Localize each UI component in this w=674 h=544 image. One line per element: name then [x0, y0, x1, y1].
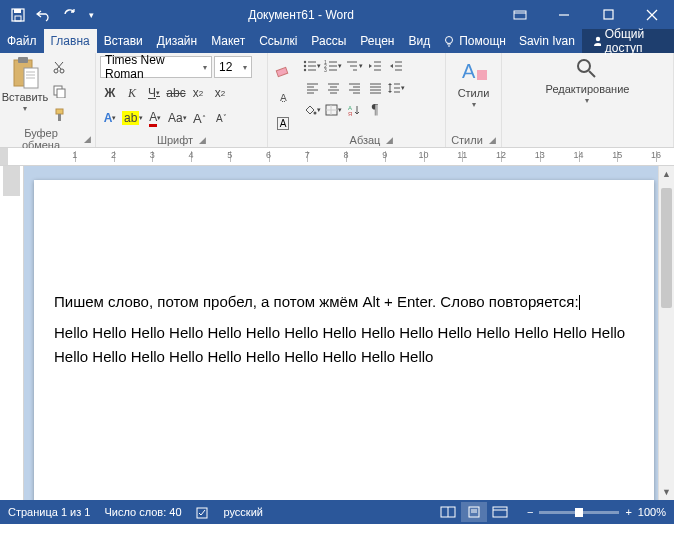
vertical-ruler[interactable] — [0, 166, 24, 500]
italic-button[interactable]: К — [122, 83, 142, 103]
align-left-icon — [306, 83, 319, 94]
subscript-button[interactable]: x2 — [188, 83, 208, 103]
copy-icon — [52, 84, 66, 98]
zoom-in-button[interactable]: + — [625, 506, 631, 518]
ribbon-display-button[interactable] — [498, 0, 542, 29]
font-color-button[interactable]: A▾ — [145, 108, 165, 128]
shrink-font-button[interactable]: A˅ — [211, 108, 231, 128]
group-font-label: Шрифт — [157, 134, 193, 146]
user-account[interactable]: Savin Ivan — [512, 29, 582, 53]
status-language[interactable]: русский — [224, 506, 263, 518]
font-name-combo[interactable]: Times New Roman▾ — [100, 56, 212, 78]
grow-font-button[interactable]: A˄ — [189, 108, 209, 128]
strikethrough-button[interactable]: abc — [166, 83, 186, 103]
qat-undo-button[interactable] — [32, 3, 56, 27]
tab-file[interactable]: Файл — [0, 29, 44, 53]
zoom-slider[interactable] — [539, 511, 619, 514]
svg-text:A: A — [462, 60, 476, 82]
tab-insert[interactable]: Встави — [97, 29, 150, 53]
status-word-count[interactable]: Число слов: 40 — [104, 506, 181, 518]
tell-me-field[interactable]: Помощн — [437, 29, 512, 53]
paragraph-dialog-launcher[interactable]: ◢ — [386, 135, 393, 145]
status-page[interactable]: Страница 1 из 1 — [8, 506, 90, 518]
scroll-up-button[interactable]: ▲ — [659, 166, 674, 182]
minimize-button[interactable] — [542, 0, 586, 29]
tab-view[interactable]: Вид — [401, 29, 437, 53]
paste-icon — [10, 56, 40, 90]
align-center-button[interactable] — [323, 78, 343, 98]
multilevel-list-button[interactable]: ▾ — [344, 56, 364, 76]
styles-dialog-launcher[interactable]: ◢ — [489, 135, 496, 145]
tab-design[interactable]: Дизайн — [150, 29, 204, 53]
increase-indent-button[interactable] — [386, 56, 406, 76]
tab-review[interactable]: Рецен — [353, 29, 401, 53]
align-right-button[interactable] — [344, 78, 364, 98]
paragraph-2[interactable]: Hello Hello Hello Hello Hello Hello Hell… — [54, 321, 634, 368]
vertical-scrollbar[interactable]: ▲ ▼ — [658, 166, 674, 500]
tab-layout[interactable]: Макет — [204, 29, 252, 53]
tab-references[interactable]: Ссылкі — [252, 29, 304, 53]
paste-button[interactable]: Вставить ▾ — [4, 56, 46, 113]
zoom-out-button[interactable]: − — [527, 506, 533, 518]
clipboard-dialog-launcher[interactable]: ◢ — [84, 134, 91, 144]
svg-point-19 — [54, 69, 58, 73]
underline-button[interactable]: Ч ▾ — [144, 83, 164, 103]
copy-button[interactable] — [48, 80, 70, 102]
superscript-button[interactable]: x2 — [210, 83, 230, 103]
shading-button[interactable]: ▾ — [302, 100, 322, 120]
svg-text:3: 3 — [324, 67, 327, 72]
line-spacing-button[interactable]: ▾ — [386, 78, 406, 98]
styles-button[interactable]: A Стили ▾ — [453, 56, 495, 109]
document-page[interactable]: Пишем слово, потом пробел, а потом жмём … — [34, 180, 654, 500]
editing-button[interactable]: Редактирование ▾ — [546, 56, 630, 105]
clear-formatting-button[interactable] — [272, 60, 294, 82]
tab-home[interactable]: Главна — [44, 29, 97, 53]
change-case-button[interactable]: Aa▾ — [167, 108, 187, 128]
svg-point-32 — [304, 69, 306, 71]
font-size-combo[interactable]: 12▾ — [214, 56, 252, 78]
svg-rect-2 — [15, 16, 21, 21]
text-effects-button[interactable]: A▾ — [100, 108, 120, 128]
bucket-icon — [303, 104, 317, 116]
bullets-button[interactable]: ▾ — [302, 56, 322, 76]
character-border-button[interactable]: A — [272, 112, 294, 134]
status-proofing[interactable] — [196, 505, 210, 518]
horizontal-ruler[interactable]: 12345678910111213141516 — [0, 148, 674, 166]
align-left-button[interactable] — [302, 78, 322, 98]
decrease-indent-button[interactable] — [365, 56, 385, 76]
justify-button[interactable] — [365, 78, 385, 98]
phonetic-guide-button[interactable]: A̤ — [272, 86, 294, 108]
sort-button[interactable]: AЯ — [344, 100, 364, 120]
cut-button[interactable] — [48, 56, 70, 78]
share-button[interactable]: Общий доступ — [582, 29, 674, 53]
proofing-icon — [196, 507, 210, 519]
view-web-layout-button[interactable] — [487, 502, 513, 522]
font-dialog-launcher[interactable]: ◢ — [199, 135, 206, 145]
highlight-button[interactable]: ab▾ — [122, 108, 143, 128]
format-painter-button[interactable] — [48, 104, 70, 126]
maximize-button[interactable] — [586, 0, 630, 29]
brush-icon — [52, 108, 66, 122]
zoom-level[interactable]: 100% — [638, 506, 666, 518]
bullets-icon — [303, 60, 317, 72]
scroll-thumb[interactable] — [661, 188, 672, 308]
qat-save-button[interactable] — [6, 3, 30, 27]
paragraph-1[interactable]: Пишем слово, потом пробел, а потом жмём … — [54, 290, 634, 313]
bold-button[interactable]: Ж — [100, 83, 120, 103]
share-icon — [592, 35, 601, 47]
view-print-layout-button[interactable] — [461, 502, 487, 522]
line-spacing-icon — [387, 82, 401, 94]
scroll-down-button[interactable]: ▼ — [659, 484, 674, 500]
numbering-button[interactable]: 123▾ — [323, 56, 343, 76]
share-label: Общий доступ — [605, 27, 664, 55]
paste-label: Вставить — [2, 91, 49, 103]
view-read-mode-button[interactable] — [435, 502, 461, 522]
close-button[interactable] — [630, 0, 674, 29]
print-layout-icon — [467, 506, 481, 518]
show-marks-button[interactable]: ¶ — [365, 100, 385, 120]
tab-mailings[interactable]: Рассы — [304, 29, 353, 53]
svg-point-9 — [446, 37, 453, 44]
qat-customize-button[interactable]: ▾ — [84, 3, 98, 27]
borders-button[interactable]: ▾ — [323, 100, 343, 120]
qat-redo-button[interactable] — [58, 3, 82, 27]
